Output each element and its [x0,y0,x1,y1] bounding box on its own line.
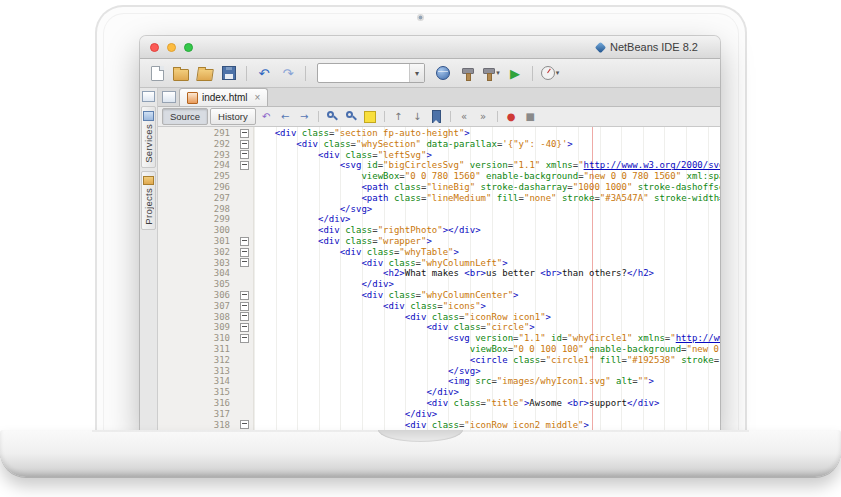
code-line[interactable]: 318 <div class="iconRow icon2 middle"> [158,420,720,431]
tab-index-html[interactable]: index.html × [179,88,268,106]
find-previous-button[interactable] [324,109,341,124]
toggle-highlight-button[interactable] [362,109,379,124]
run-project-button[interactable]: ▶ [504,62,526,84]
code-line[interactable]: 298 </svg> [158,204,720,215]
code-line[interactable]: 302 <div class="whyTable"> [158,247,720,258]
code-fold-toggle-icon[interactable] [240,237,249,246]
code-editor[interactable]: 291 <div class="section fp-auto-height">… [158,127,720,432]
split-editor-icon[interactable] [162,91,176,103]
line-number: 305 [158,279,236,290]
code-line[interactable]: 317 </div> [158,409,720,420]
fold-cell [236,291,253,300]
code-fold-toggle-icon[interactable] [240,258,249,267]
code-fold-toggle-icon[interactable] [240,291,249,300]
code-line[interactable]: 303 <div class="whyColumnLeft"> [158,258,720,269]
start-macro-record-button[interactable]: ● [503,109,520,124]
main-content: ServicesProjects index.html × Source His… [140,88,720,432]
line-number: 294 [158,160,236,171]
window-menu-icon[interactable] [142,91,155,102]
line-number: 306 [158,290,236,301]
code-line[interactable]: 313 </svg> [158,366,720,377]
code-text: <div class="circle"> [253,322,535,333]
history-view-button[interactable]: History [210,108,256,125]
code-line[interactable]: 292 <div class="whySection" data-paralla… [158,139,720,150]
undo-button[interactable]: ↶ [253,62,275,84]
code-line[interactable]: 301 <div class="wrapper"> [158,236,720,247]
sidebar-tab-projects[interactable]: Projects [141,171,156,230]
code-line[interactable]: 312 <circle class="circle1" fill="#19253… [158,355,720,366]
new-file-button[interactable] [146,62,168,84]
toggle-bookmark-button[interactable] [428,109,445,124]
code-line[interactable]: 296 <path class="lineBig" stroke-dasharr… [158,182,720,193]
chevron-down-icon[interactable]: ▾ [409,64,424,82]
code-lines: 291 <div class="section fp-auto-height">… [158,128,720,432]
code-text: <path class="lineMedium" fill="none" str… [253,193,720,204]
toolbar-separator [246,66,247,81]
previous-bookmark-button[interactable]: ↑ [390,109,407,124]
code-line[interactable]: 294 <svg id="bigCirclesSvg" version="1.1… [158,160,720,171]
window-title: NetBeans IDE 8.2 [610,41,698,53]
title-bar: NetBeans IDE 8.2 [140,36,720,59]
fold-cell [236,420,253,429]
back-icon: ← [281,112,289,122]
code-line[interactable]: 293 <div class="leftSvg"> [158,150,720,161]
code-fold-toggle-icon[interactable] [240,302,249,311]
code-line[interactable]: 305 </div> [158,279,720,290]
code-line[interactable]: 304 <h2>What makes <br>us better <br>tha… [158,268,720,279]
code-line[interactable]: 309 <div class="circle"> [158,322,720,333]
redo-button[interactable]: ↷ [277,62,299,84]
code-line[interactable]: 316 <div class="title">Awsome <br>suppor… [158,398,720,409]
forward-button[interactable]: → [296,109,313,124]
clean-build-project-button[interactable]: ▾ [480,62,502,84]
code-fold-toggle-icon[interactable] [240,334,249,343]
code-line[interactable]: 295 viewBox="0 0 780 1560" enable-backgr… [158,171,720,182]
sidebar-tab-services[interactable]: Services [141,106,156,168]
window-controls [140,43,193,52]
build-project-button[interactable] [456,62,478,84]
last-edit-button[interactable]: ↶ [258,109,275,124]
code-fold-toggle-icon[interactable] [240,420,249,429]
code-line[interactable]: 306 <div class="whyColumnCenter"> [158,290,720,301]
code-fold-toggle-icon[interactable] [240,312,249,321]
code-line[interactable]: 310 <svg version="1.1" id="whyCircle1" x… [158,333,720,344]
code-fold-toggle-icon[interactable] [240,140,249,149]
code-fold-toggle-icon[interactable] [240,129,249,138]
code-line[interactable]: 314 <img src="images/whyIcon1.svg" alt="… [158,376,720,387]
minimize-window-button[interactable] [167,43,176,52]
close-window-button[interactable] [150,43,159,52]
code-line[interactable]: 311 viewBox="0 0 100 100" enable-backgro… [158,344,720,355]
code-text: <circle class="circle1" fill="#192538" s… [253,355,720,366]
code-line[interactable]: 308 <div class="iconRow icon1"> [158,312,720,323]
configuration-combo[interactable]: ▾ [317,63,425,83]
code-text: <div class="title">Awsome <br>support</d… [253,398,659,409]
toolbar-separator [318,111,319,122]
new-project-button[interactable] [170,62,192,84]
shift-left-button[interactable]: « [456,109,473,124]
code-line[interactable]: 297 <path class="lineMedium" fill="none"… [158,193,720,204]
fold-cell [236,129,253,138]
profile-project-button[interactable]: ▾ [539,62,561,84]
web-preview-button[interactable] [432,62,454,84]
shift-right-button[interactable]: » [475,109,492,124]
next-bookmark-button[interactable]: ↓ [409,109,426,124]
save-all-button[interactable] [218,62,240,84]
code-line[interactable]: 307 <div class="icons"> [158,301,720,312]
code-fold-toggle-icon[interactable] [240,150,249,159]
zoom-window-button[interactable] [184,43,193,52]
code-line[interactable]: 315 </div> [158,387,720,398]
open-project-button[interactable] [194,62,216,84]
code-line[interactable]: 291 <div class="section fp-auto-height"> [158,128,720,139]
line-number: 299 [158,214,236,225]
code-fold-toggle-icon[interactable] [240,323,249,332]
open-project-icon [196,69,214,81]
back-button[interactable]: ← [277,109,294,124]
source-view-button[interactable]: Source [162,108,208,125]
code-fold-toggle-icon[interactable] [240,248,249,257]
code-text: </div> [253,387,459,398]
code-line[interactable]: 300 <div class="rightPhoto"></div> [158,225,720,236]
stop-macro-record-button[interactable]: ■ [522,109,539,124]
close-tab-icon[interactable]: × [255,92,261,103]
find-next-button[interactable] [343,109,360,124]
code-line[interactable]: 299 </div> [158,214,720,225]
code-fold-toggle-icon[interactable] [240,161,249,170]
